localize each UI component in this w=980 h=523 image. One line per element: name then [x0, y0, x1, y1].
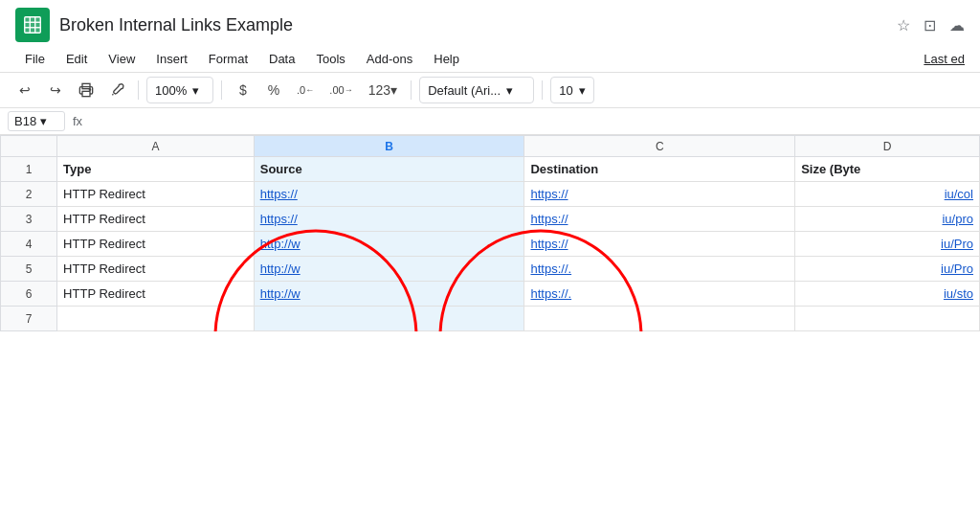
- grid-table: A B C D 1TypeSourceDestinationSize (Byte…: [0, 135, 980, 331]
- cell-2-c[interactable]: https://: [524, 182, 795, 207]
- menu-insert[interactable]: Insert: [146, 48, 197, 70]
- title-bar: Broken Internal Links Example ☆ ⊡ ☁: [0, 0, 980, 46]
- cell-2-b[interactable]: https://: [254, 182, 524, 207]
- cell-7-d[interactable]: [795, 307, 980, 331]
- document-title: Broken Internal Links Example: [59, 15, 887, 35]
- formula-bar: B18 ▾ fx: [0, 108, 980, 135]
- menu-edit[interactable]: Edit: [56, 48, 97, 70]
- col-header-a[interactable]: A: [57, 136, 255, 157]
- cell-1-c[interactable]: Destination: [524, 157, 795, 182]
- cell-1-b[interactable]: Source: [254, 157, 524, 182]
- currency-button[interactable]: $: [230, 77, 256, 103]
- table-row[interactable]: 7: [1, 307, 980, 331]
- svg-rect-7: [82, 91, 90, 96]
- font-dropdown[interactable]: Default (Ari... ▾: [419, 77, 534, 103]
- more-formats-button[interactable]: 123▾: [363, 77, 403, 103]
- cell-2-d[interactable]: iu/col: [795, 182, 980, 207]
- dec-more-button[interactable]: .00→: [323, 77, 358, 103]
- row-header-3[interactable]: 3: [1, 207, 57, 232]
- paint-format-button[interactable]: [103, 77, 130, 103]
- table-row[interactable]: 1TypeSourceDestinationSize (Byte: [1, 157, 980, 182]
- svg-rect-0: [25, 17, 41, 34]
- col-header-blank: [1, 136, 57, 157]
- cell-6-b[interactable]: http://w: [254, 282, 524, 307]
- last-edited[interactable]: Last ed: [924, 52, 965, 66]
- menu-help[interactable]: Help: [424, 48, 469, 70]
- table-row[interactable]: 5HTTP Redirecthttp://whttps://.iu/Pro: [1, 257, 980, 282]
- toolbar-separator-3: [411, 80, 412, 100]
- zoom-dropdown[interactable]: 100% ▾: [146, 77, 213, 103]
- spreadsheet: A B C D 1TypeSourceDestinationSize (Byte…: [0, 135, 980, 331]
- svg-point-8: [89, 89, 90, 90]
- cell-7-b[interactable]: [254, 307, 524, 331]
- font-size-dropdown[interactable]: 10 ▾: [550, 77, 593, 103]
- cell-3-c[interactable]: https://: [524, 207, 795, 232]
- row-header-4[interactable]: 4: [1, 232, 57, 257]
- grid-container: A B C D 1TypeSourceDestinationSize (Byte…: [0, 135, 980, 331]
- folder-icon[interactable]: ⊡: [924, 16, 936, 34]
- table-row[interactable]: 3HTTP Redirecthttps://https://iu/pro: [1, 207, 980, 232]
- cell-3-b[interactable]: https://: [254, 207, 524, 232]
- percent-button[interactable]: %: [260, 77, 287, 103]
- print-button[interactable]: [73, 77, 100, 103]
- col-header-c[interactable]: C: [524, 136, 795, 157]
- column-header-row: A B C D: [1, 136, 980, 157]
- row-header-5[interactable]: 5: [1, 257, 57, 282]
- toolbar: ↩ ↪ 100% ▾ $ % .0← .00→ 123▾ Default (Ar…: [0, 72, 980, 108]
- cell-6-a[interactable]: HTTP Redirect: [57, 282, 255, 307]
- menu-data[interactable]: Data: [259, 48, 304, 70]
- cell-1-d[interactable]: Size (Byte: [795, 157, 980, 182]
- font-chevron: ▾: [506, 83, 513, 98]
- menu-view[interactable]: View: [99, 48, 145, 70]
- menu-file[interactable]: File: [15, 48, 55, 70]
- cell-reference-box[interactable]: B18 ▾: [8, 111, 65, 131]
- zoom-chevron: ▾: [192, 83, 199, 98]
- font-size-value: 10: [559, 83, 572, 98]
- font-value: Default (Ari...: [428, 83, 501, 98]
- font-size-chevron: ▾: [579, 83, 586, 98]
- menu-format[interactable]: Format: [199, 48, 257, 70]
- app-icon: [15, 8, 50, 42]
- cell-5-c[interactable]: https://.: [524, 257, 795, 282]
- title-action-icons: ☆ ⊡ ☁: [897, 16, 965, 34]
- menu-tools[interactable]: Tools: [306, 48, 354, 70]
- row-header-7[interactable]: 7: [1, 307, 57, 331]
- table-row[interactable]: 6HTTP Redirecthttp://whttps://.iu/sto: [1, 282, 980, 307]
- fx-label: fx: [73, 114, 82, 128]
- cell-4-b[interactable]: http://w: [254, 232, 524, 257]
- col-header-b[interactable]: B: [254, 136, 524, 157]
- cell-7-a[interactable]: [57, 307, 255, 331]
- row-header-6[interactable]: 6: [1, 282, 57, 307]
- toolbar-separator-4: [542, 80, 543, 100]
- cell-4-d[interactable]: iu/Pro: [795, 232, 980, 257]
- formula-input[interactable]: [90, 112, 972, 130]
- star-icon[interactable]: ☆: [897, 16, 910, 34]
- table-row[interactable]: 4HTTP Redirecthttp://whttps://iu/Pro: [1, 232, 980, 257]
- menu-addons[interactable]: Add-ons: [357, 48, 422, 70]
- redo-button[interactable]: ↪: [42, 77, 69, 103]
- cell-4-c[interactable]: https://: [524, 232, 795, 257]
- menu-bar: File Edit View Insert Format Data Tools …: [0, 46, 980, 72]
- cell-1-a[interactable]: Type: [57, 157, 255, 182]
- cell-5-b[interactable]: http://w: [254, 257, 524, 282]
- cell-5-d[interactable]: iu/Pro: [795, 257, 980, 282]
- cell-ref-chevron: ▾: [40, 114, 47, 128]
- cell-7-c[interactable]: [524, 307, 795, 331]
- toolbar-separator-1: [138, 80, 139, 100]
- cell-5-a[interactable]: HTTP Redirect: [57, 257, 255, 282]
- cell-4-a[interactable]: HTTP Redirect: [57, 232, 255, 257]
- toolbar-separator-2: [221, 80, 222, 100]
- row-header-2[interactable]: 2: [1, 182, 57, 207]
- cell-6-d[interactable]: iu/sto: [795, 282, 980, 307]
- cell-6-c[interactable]: https://.: [524, 282, 795, 307]
- col-header-d[interactable]: D: [795, 136, 980, 157]
- table-row[interactable]: 2HTTP Redirecthttps://https://iu/col: [1, 182, 980, 207]
- cell-2-a[interactable]: HTTP Redirect: [57, 182, 255, 207]
- cloud-icon[interactable]: ☁: [949, 16, 965, 34]
- cell-3-a[interactable]: HTTP Redirect: [57, 207, 255, 232]
- cell-3-d[interactable]: iu/pro: [795, 207, 980, 232]
- undo-button[interactable]: ↩: [11, 77, 38, 103]
- zoom-value: 100%: [155, 83, 187, 98]
- row-header-1[interactable]: 1: [1, 157, 57, 182]
- dec-less-button[interactable]: .0←: [291, 77, 320, 103]
